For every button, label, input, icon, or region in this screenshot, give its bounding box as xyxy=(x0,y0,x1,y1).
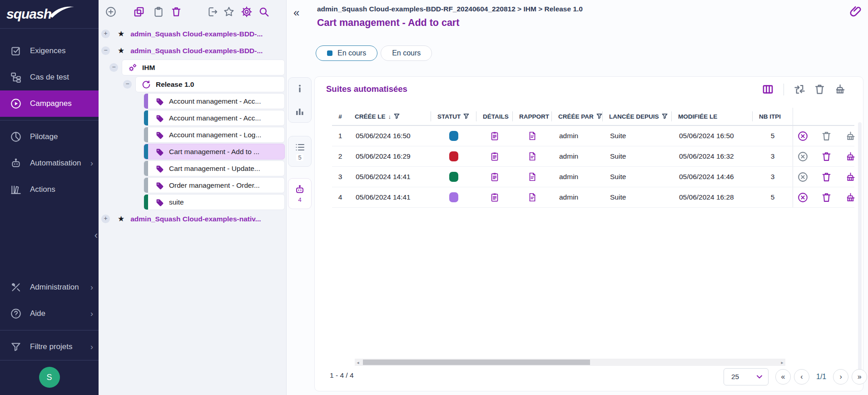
delete-suites-icon[interactable] xyxy=(813,83,826,95)
tab-en-cours-status[interactable]: En cours xyxy=(316,45,377,61)
iteration-node[interactable]: Cart management - Update... xyxy=(144,160,285,176)
tree-iteration-row-selected[interactable]: Cart management - Add to ... xyxy=(99,143,286,160)
report-document-icon[interactable] xyxy=(527,171,537,182)
delete-suite-icon[interactable] xyxy=(821,171,832,183)
cancel-execution-icon[interactable] xyxy=(797,171,808,183)
cancel-execution-icon[interactable] xyxy=(797,151,808,162)
tree-folder-row[interactable]: − IHM xyxy=(99,59,286,76)
filter-funnel-icon[interactable] xyxy=(596,113,602,120)
project-label[interactable]: admin_Squash Cloud-examples-BDD-... xyxy=(130,30,263,38)
details-report-icon[interactable] xyxy=(490,130,500,141)
tree-iteration-row[interactable]: Cart management - Update... xyxy=(99,160,286,177)
filter-funnel-icon[interactable] xyxy=(394,113,400,120)
anchor-executions-list[interactable]: 5 xyxy=(288,136,312,167)
iteration-node[interactable]: Order management - Order... xyxy=(144,177,285,193)
folder-node[interactable]: IHM xyxy=(122,60,285,75)
tree-campaign-row[interactable]: − Release 1.0 xyxy=(99,76,286,93)
table-row[interactable]: 4 05/06/2024 14:41 admin Suite 05/06/202… xyxy=(332,187,854,208)
filter-funnel-icon[interactable] xyxy=(662,113,668,120)
sidebar-item-administration[interactable]: Administration › xyxy=(0,274,99,300)
table-row[interactable]: 2 05/06/2024 16:29 admin Suite 05/06/202… xyxy=(332,146,854,167)
collapse-toggle[interactable]: − xyxy=(101,46,110,55)
clean-suite-icon[interactable] xyxy=(844,192,856,203)
collapse-panel-icon[interactable]: « xyxy=(293,6,299,19)
tree-project-row[interactable]: + ★ admin_Squash Cloud-examples-nativ... xyxy=(99,210,286,227)
delete-icon[interactable] xyxy=(170,6,182,18)
collapse-toggle[interactable]: − xyxy=(123,80,132,89)
column-header-num[interactable]: # xyxy=(332,111,348,121)
collapse-toggle[interactable]: − xyxy=(109,63,118,72)
delete-suite-icon[interactable] xyxy=(821,130,832,142)
column-header-nb-itpi[interactable]: NB ITPI xyxy=(753,111,793,121)
first-page-button[interactable]: « xyxy=(775,369,791,385)
cancel-execution-icon[interactable] xyxy=(797,130,808,142)
cancel-execution-icon[interactable] xyxy=(797,192,808,203)
details-report-icon[interactable] xyxy=(490,171,500,182)
tree-iteration-row[interactable]: Account management - Acc... xyxy=(99,93,286,110)
sidebar-item-automatisation[interactable]: Automatisation › xyxy=(0,150,99,176)
status-badge[interactable] xyxy=(449,192,458,202)
last-page-button[interactable]: » xyxy=(852,369,867,385)
column-header-statut[interactable]: STATUT xyxy=(431,111,476,121)
report-document-icon[interactable] xyxy=(527,192,537,203)
sidebar-item-aide[interactable]: Aide › xyxy=(0,300,99,327)
breadcrumb[interactable]: admin_Squash Cloud-examples-BDD-RF_20240… xyxy=(317,5,583,13)
user-avatar[interactable]: S xyxy=(39,367,60,388)
project-label[interactable]: admin_Squash Cloud-examples-nativ... xyxy=(130,215,261,223)
vertical-scrollbar[interactable] xyxy=(858,122,862,380)
filter-funnel-icon[interactable] xyxy=(463,113,469,120)
copy-icon[interactable] xyxy=(133,6,145,18)
clean-suite-icon[interactable] xyxy=(844,151,856,162)
previous-page-button[interactable]: ‹ xyxy=(794,369,809,385)
favorites-star-icon[interactable] xyxy=(223,6,235,18)
details-report-icon[interactable] xyxy=(490,151,500,162)
tree-iteration-row[interactable]: suite xyxy=(99,194,286,210)
column-header-creee-par[interactable]: CRÉÉE PAR xyxy=(552,111,603,121)
status-badge[interactable] xyxy=(449,172,458,182)
scroll-right-arrow[interactable]: ▸ xyxy=(779,359,785,366)
paste-icon[interactable] xyxy=(153,6,164,18)
anchor-automated-suites[interactable]: 4 xyxy=(288,178,312,209)
status-badge[interactable] xyxy=(449,151,458,161)
details-report-icon[interactable] xyxy=(490,192,500,203)
tree-project-row[interactable]: + ★ admin_Squash Cloud-examples-BDD-... xyxy=(99,25,286,42)
add-campaign-icon[interactable] xyxy=(105,6,117,18)
attachments-paperclip-icon[interactable] xyxy=(849,5,863,18)
table-row[interactable]: 3 05/06/2024 14:41 admin Suite 05/06/202… xyxy=(332,167,854,187)
iteration-node[interactable]: Account management - Acc... xyxy=(144,110,285,126)
campaign-node[interactable]: Release 1.0 xyxy=(135,76,285,92)
next-page-button[interactable]: › xyxy=(833,369,848,385)
iteration-node[interactable]: Account management - Log... xyxy=(144,127,285,143)
columns-config-icon[interactable] xyxy=(762,83,774,95)
sidebar-item-filtre-projets[interactable]: Filtre projets › xyxy=(0,334,99,360)
scrollbar-thumb[interactable] xyxy=(363,360,590,365)
sidebar-item-actions[interactable]: Actions xyxy=(0,176,99,203)
settings-gear-icon[interactable] xyxy=(241,6,253,18)
column-header-rapport[interactable]: RAPPORT xyxy=(513,111,552,121)
table-row[interactable]: 1 05/06/2024 16:50 admin Suite 05/06/202… xyxy=(332,126,854,146)
tree-iteration-row[interactable]: Account management - Log... xyxy=(99,126,286,143)
sidebar-item-campagnes[interactable]: Campagnes xyxy=(0,90,99,117)
clean-suites-icon[interactable] xyxy=(833,83,846,95)
clean-suite-icon[interactable] xyxy=(844,130,856,142)
sort-desc-icon[interactable]: ↓ xyxy=(388,113,392,120)
column-header-creee-le[interactable]: CRÉÉE LE ↓ xyxy=(348,111,431,121)
tree-project-row[interactable]: − ★ admin_Squash Cloud-examples-BDD-... xyxy=(99,42,286,59)
sidebar-item-cas-de-test[interactable]: Cas de test xyxy=(0,64,99,90)
clean-suite-icon[interactable] xyxy=(844,171,856,183)
tree-iteration-row[interactable]: Order management - Order... xyxy=(99,177,286,194)
scroll-left-arrow[interactable]: ◂ xyxy=(355,359,361,366)
column-header-lancee-depuis[interactable]: LANCÉE DEPUIS xyxy=(603,111,672,121)
delete-suite-icon[interactable] xyxy=(821,192,832,203)
tree-iteration-row[interactable]: Account management - Acc... xyxy=(99,110,286,126)
sidebar-item-pilotage[interactable]: Pilotage xyxy=(0,124,99,150)
import-export-icon[interactable] xyxy=(207,6,218,18)
report-document-icon[interactable] xyxy=(527,130,537,141)
horizontal-scrollbar[interactable]: ◂ ▸ xyxy=(355,359,785,366)
project-label[interactable]: admin_Squash Cloud-examples-BDD-... xyxy=(130,47,263,55)
column-header-modifiee-le[interactable]: MODIFIÉE LE xyxy=(672,111,753,121)
sidebar-item-exigences[interactable]: Exigences xyxy=(0,38,99,64)
iteration-node[interactable]: Account management - Acc... xyxy=(144,93,285,109)
anchor-info-dashboard[interactable] xyxy=(288,77,312,123)
tab-en-cours[interactable]: En cours xyxy=(381,45,432,61)
